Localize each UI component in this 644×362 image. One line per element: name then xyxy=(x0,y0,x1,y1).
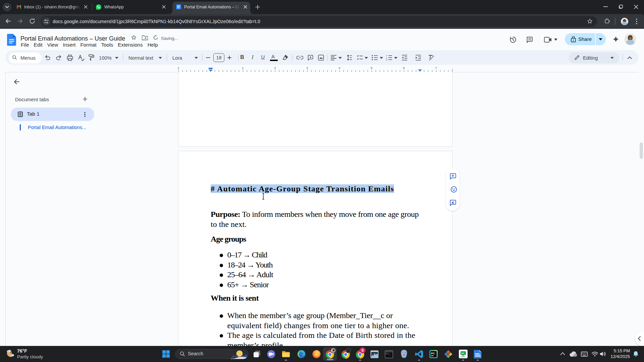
svg-text:3: 3 xyxy=(386,59,387,61)
svg-text:2: 2 xyxy=(386,57,387,59)
svg-text:C:\_: C:\_ xyxy=(386,353,390,355)
svg-text:1: 1 xyxy=(386,55,387,57)
svg-text:GO: GO xyxy=(462,353,464,354)
svg-text:TaskPro: TaskPro xyxy=(461,356,466,358)
svg-text:PC: PC xyxy=(431,352,435,355)
